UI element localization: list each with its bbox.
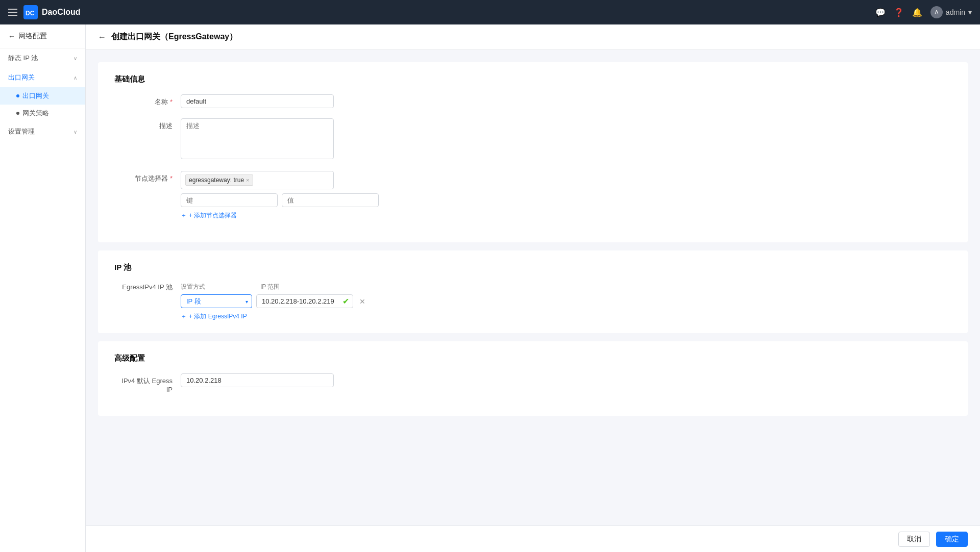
ip-pool-input-row: IP 段 IP 列表 ▾ ✔ ✕ xyxy=(181,294,365,308)
sidebar-item-gateway-policy[interactable]: 网关策略 xyxy=(0,105,85,122)
plus-icon: ＋ xyxy=(181,211,187,220)
ipv4-egress-control xyxy=(181,373,334,387)
add-node-selector-button[interactable]: ＋ + 添加节点选择器 xyxy=(181,211,379,220)
sidebar: ← 网络配置 静态 IP 池 ∨ 出口网关 ∧ 出口网关 网关策略 设置管理 ∨ xyxy=(0,24,86,552)
help-icon[interactable]: ❓ xyxy=(894,8,904,17)
chevron-down-icon: ∨ xyxy=(74,56,77,61)
node-selector-box[interactable]: egressgateway: true × xyxy=(181,171,334,189)
egress-ipv4-label: EgressIPv4 IP 池 xyxy=(114,283,181,292)
ip-pool-sub-headers: 设置方式 IP 范围 xyxy=(181,283,365,291)
back-arrow-icon: ← xyxy=(8,32,15,40)
ip-pool-controls: 设置方式 IP 范围 IP 段 IP 列表 ▾ xyxy=(181,283,365,321)
add-egress-ipv4-button[interactable]: ＋ + 添加 EgressIPv4 IP xyxy=(181,312,365,321)
sidebar-settings-label: 设置管理 xyxy=(8,127,35,136)
name-field-row: 名称 xyxy=(114,94,951,108)
cancel-button[interactable]: 取消 xyxy=(898,532,930,547)
svg-text:DC: DC xyxy=(26,10,35,17)
hamburger-menu[interactable] xyxy=(8,9,17,16)
name-field-control xyxy=(181,94,334,108)
tag-close-button[interactable]: × xyxy=(246,177,249,183)
add-ip-label: + 添加 EgressIPv4 IP xyxy=(189,312,247,321)
logo: DC DaoCloud xyxy=(23,5,81,19)
node-selector-tag: egressgateway: true × xyxy=(185,174,253,186)
ipv4-egress-row: IPv4 默认 Egress IP xyxy=(114,373,951,393)
sidebar-back-label: 网络配置 xyxy=(18,32,47,41)
bell-icon[interactable]: 🔔 xyxy=(912,8,922,17)
basic-info-card: 基础信息 名称 描述 节点选择器 xyxy=(98,62,968,242)
sidebar-back-button[interactable]: ← 网络配置 xyxy=(0,24,85,48)
sidebar-gw-policy-label: 网关策略 xyxy=(22,109,49,118)
tag-text: egressgateway: true xyxy=(189,177,244,184)
ip-row-delete-button[interactable]: ✕ xyxy=(359,297,365,306)
node-selector-row: 节点选择器 egressgateway: true × xyxy=(114,171,951,220)
add-selector-label: + 添加节点选择器 xyxy=(189,211,237,220)
top-navigation: DC DaoCloud 💬 ❓ 🔔 A admin ▾ xyxy=(0,0,980,24)
name-input[interactable] xyxy=(181,94,334,108)
ip-check-icon: ✔ xyxy=(342,296,349,306)
page-header: ← 创建出口网关（EgressGateway） xyxy=(86,24,980,50)
node-selector-label: 节点选择器 xyxy=(114,171,181,183)
chevron-down-icon: ∨ xyxy=(74,129,77,135)
daocloud-logo-icon: DC xyxy=(23,5,38,19)
user-menu[interactable]: A admin ▾ xyxy=(930,6,972,18)
kv-input-row xyxy=(181,193,379,207)
message-icon[interactable]: 💬 xyxy=(875,8,886,17)
advanced-config-card: 高级配置 IPv4 默认 Egress IP xyxy=(98,341,968,416)
page-title: 创建出口网关（EgressGateway） xyxy=(111,32,237,42)
ipv4-egress-label: IPv4 默认 Egress IP xyxy=(114,373,181,393)
basic-info-title: 基础信息 xyxy=(114,74,951,84)
method-sub-label: 设置方式 xyxy=(181,283,256,291)
ip-range-input-wrapper: ✔ xyxy=(256,294,353,308)
avatar: A xyxy=(930,6,943,18)
sidebar-egress-gw-sub-label: 出口网关 xyxy=(22,91,49,101)
active-dot-icon xyxy=(16,94,19,97)
sidebar-item-egress-gateway-sub[interactable]: 出口网关 xyxy=(0,87,85,105)
logo-text: DaoCloud xyxy=(42,8,81,17)
method-select[interactable]: IP 段 IP 列表 xyxy=(181,294,252,308)
sidebar-item-egress-gateway[interactable]: 出口网关 ∧ xyxy=(0,68,85,87)
desc-field-row: 描述 xyxy=(114,118,951,161)
advanced-title: 高级配置 xyxy=(114,354,951,363)
page-back-button[interactable]: ← xyxy=(98,33,106,42)
node-selector-control: egressgateway: true × ＋ + 添加节点选择器 xyxy=(181,171,379,220)
sidebar-egress-gw-label: 出口网关 xyxy=(8,73,35,82)
user-dropdown-arrow: ▾ xyxy=(968,8,972,16)
method-select-wrapper: IP 段 IP 列表 ▾ xyxy=(181,294,252,308)
desc-field-control xyxy=(181,118,334,161)
ip-pool-row: EgressIPv4 IP 池 设置方式 IP 范围 IP 段 IP 列表 xyxy=(114,283,951,321)
ip-pool-title: IP 池 xyxy=(114,263,951,272)
ip-range-input[interactable] xyxy=(256,294,353,308)
ipv4-egress-input[interactable] xyxy=(181,373,334,387)
ip-pool-card: IP 池 EgressIPv4 IP 池 设置方式 IP 范围 IP 段 xyxy=(98,250,968,333)
chevron-up-icon: ∧ xyxy=(74,75,77,81)
value-input[interactable] xyxy=(282,193,379,207)
main-content: ← 创建出口网关（EgressGateway） 基础信息 名称 描述 xyxy=(86,24,980,552)
sidebar-item-static-ip-pool[interactable]: 静态 IP 池 ∨ xyxy=(0,48,85,68)
sidebar-item-settings-management[interactable]: 设置管理 ∨ xyxy=(0,122,85,141)
confirm-button[interactable]: 确定 xyxy=(936,532,968,547)
desc-label: 描述 xyxy=(114,118,181,131)
name-label: 名称 xyxy=(114,94,181,107)
sidebar-static-ip-label: 静态 IP 池 xyxy=(8,54,38,63)
desc-input[interactable] xyxy=(181,118,334,159)
form-footer: 取消 确定 xyxy=(86,525,980,552)
range-sub-label: IP 范围 xyxy=(260,283,280,291)
form-body: 基础信息 名称 描述 节点选择器 xyxy=(86,50,980,436)
username: admin xyxy=(946,8,965,16)
plus-icon: ＋ xyxy=(181,312,187,321)
dot-icon xyxy=(16,112,19,115)
key-input[interactable] xyxy=(181,193,278,207)
